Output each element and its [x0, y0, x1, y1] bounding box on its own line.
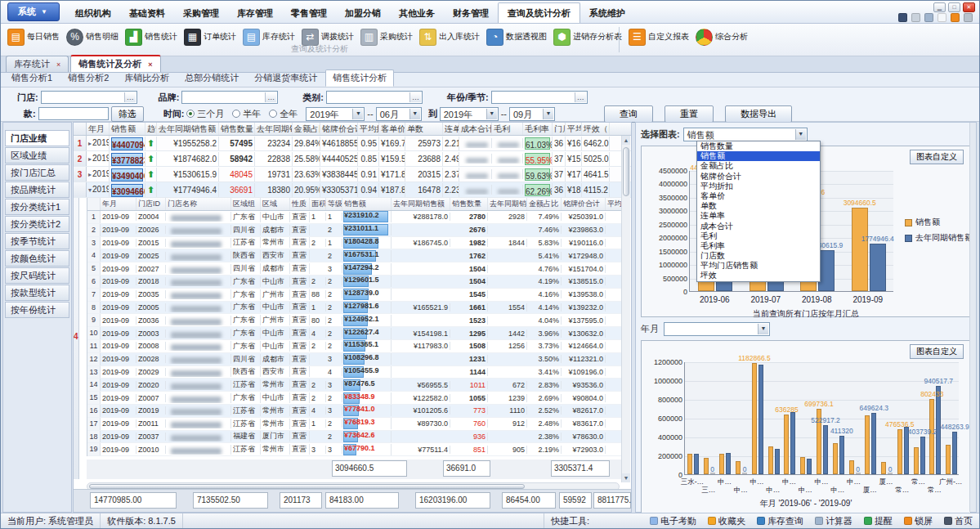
detail-column-header-去年同期销售额[interactable]: 去年同期销售额 [392, 198, 450, 210]
detail-column-header-门店名称[interactable]: 门店名称 [166, 198, 231, 210]
detail-row-Z0015[interactable]: 32019-09Z0015江苏省常州市直营21¥180428.8¥186745.… [87, 237, 623, 250]
from-month-select[interactable]: 06月▼ [376, 107, 422, 121]
dropdown-option-金额占比[interactable]: 金额占比 [697, 161, 820, 171]
sidebar-item-按年份统计[interactable]: 按年份统计 [5, 302, 69, 318]
menu-item-基础资料[interactable]: 基础资料 [120, 3, 174, 23]
season-input[interactable]: … [491, 91, 588, 104]
summary-row[interactable]: 1▸2019-¥4407094.9⬆¥1955258.2574952323429… [74, 136, 631, 151]
dropdown-option-毛利率[interactable]: 毛利率 [697, 241, 820, 251]
scroll-down-icon[interactable]: ▼ [622, 473, 630, 482]
from-year-select[interactable]: 2019年▼ [306, 107, 365, 121]
toolbar-button-出入库统计[interactable]: ⇅出入库统计 [416, 27, 483, 47]
month-select[interactable]: ▼ [664, 322, 770, 336]
radio-全年[interactable]: 全年 [269, 108, 298, 120]
status-tool-库存查询[interactable]: 库存查询 [757, 515, 803, 527]
dropdown-option-平均折扣[interactable]: 平均折扣 [697, 182, 820, 191]
toolbar-button-销售统计[interactable]: ▟销售统计 [122, 27, 181, 47]
detail-column-header-销售数量[interactable]: 销售数量 [450, 198, 488, 210]
dropdown-option-铭牌价合计[interactable]: 铭牌价合计 [697, 172, 820, 182]
detail-column-header-面积[interactable]: 面积 [310, 198, 326, 210]
status-tool-计算器[interactable]: 计算器 [815, 515, 852, 527]
ellipsis-picker-icon[interactable]: … [575, 92, 586, 102]
chart-customize-button[interactable]: 图表自定义 [910, 344, 964, 359]
panel-scrollbar[interactable] [969, 123, 976, 512]
detail-row-Z0020[interactable]: 142019-09Z0020江苏省常州市直营23¥87476.5¥56955.5… [87, 379, 623, 392]
toolbar-button-订单统计[interactable]: ▦订单统计 [181, 27, 239, 47]
export-button[interactable]: 数据导出 [725, 105, 792, 123]
dropdown-option-平均门店销售额[interactable]: 平均门店销售额 [697, 261, 820, 271]
detail-column-header-去年同期销售[interactable]: 去年同期销售 [488, 198, 527, 210]
detail-row-Z0018[interactable]: 62019-09Z0018广东省中山市直营22¥129601.515044.19… [87, 276, 623, 289]
dropdown-option-毛利[interactable]: 毛利 [697, 231, 820, 241]
menu-item-零售管理[interactable]: 零售管理 [282, 3, 336, 23]
toolbar-button-自定义报表[interactable]: ☰自定义报表 [625, 27, 692, 47]
ellipsis-picker-icon[interactable]: … [124, 92, 136, 102]
menu-item-加盟分销[interactable]: 加盟分销 [336, 3, 390, 23]
detail-row-Z0010[interactable]: 192019-09Z0010江苏省常州市直营33¥67790.1¥77511.4… [87, 443, 623, 456]
toolbar-button-每日销售[interactable]: ▤每日销售 [4, 27, 63, 47]
status-tool-锁屏[interactable]: 锁屏 [904, 515, 933, 527]
maximize-button[interactable]: □ [948, 2, 960, 12]
toolbar-button-进销存分析表[interactable]: ⬢进销存分析表 [550, 27, 625, 47]
dropdown-option-单数[interactable]: 单数 [697, 201, 820, 211]
detail-column-header-金额占比[interactable]: 金额占比 [527, 198, 562, 210]
detail-column-header-性质[interactable]: 性质 [290, 198, 310, 210]
dropdown-option-连单率[interactable]: 连单率 [697, 211, 820, 221]
ellipsis-picker-icon[interactable]: … [409, 92, 421, 102]
sidebar-item-按款型统计[interactable]: 按款型统计 [5, 285, 69, 301]
subtab-销售统计分析[interactable]: 销售统计分析 [325, 69, 394, 87]
status-tool-电子考勤[interactable]: 电子考勤 [650, 515, 696, 527]
sidebar-item-按分类统计1[interactable]: 按分类统计1 [5, 199, 69, 215]
column-header-毛利[interactable]: 毛利 [492, 123, 523, 135]
detail-row-Z0025[interactable]: 42019-09Z0025陕西省西安市直营2¥167531.117625.41%… [87, 249, 623, 262]
detail-row-Z0029[interactable]: 132019-09Z0029陕西省西安市直营4¥105455.911443.41… [87, 366, 623, 379]
store-input[interactable]: … [41, 91, 137, 104]
sidebar-item-区域业绩[interactable]: 区域业绩 [5, 147, 69, 164]
menu-item-其他业务[interactable]: 其他业务 [390, 3, 444, 23]
status-tool-首页[interactable]: 首页 [944, 515, 973, 527]
menu-item-组织机构[interactable]: 组织机构 [66, 3, 120, 23]
minimize-button[interactable]: ▁ [933, 2, 946, 12]
toolbar-button-销售明细[interactable]: %销售明细 [63, 27, 122, 47]
sidebar-item-按品牌统计[interactable]: 按品牌统计 [5, 182, 69, 198]
toolbar-button-综合分析[interactable]: 综合分析 [692, 27, 751, 47]
menu-item-采购管理[interactable]: 采购管理 [174, 3, 228, 23]
detail-row-Z0037[interactable]: 182019-09Z0037福建省厦门市直营2¥73642.69362.38%¥… [87, 431, 623, 444]
subtab-总部分销统计[interactable]: 总部分销统计 [177, 69, 246, 87]
detail-row-Z0007[interactable]: 152019-09Z0007广东省中山市直营22¥83348.9¥122582.… [87, 392, 623, 405]
dropdown-option-坪效[interactable]: 坪效 [697, 271, 820, 280]
menu-item-系统维护[interactable]: 系统维护 [580, 3, 634, 23]
close-icon[interactable]: × [148, 61, 152, 69]
chart-customize-button[interactable]: 图表自定义 [910, 150, 964, 164]
calculator-icon[interactable] [924, 13, 933, 22]
subtab-销售分析2[interactable]: 销售分析2 [60, 69, 116, 87]
detail-row-Z0004[interactable]: 12019-09Z0004广东省中山市直营11¥231910.2¥288178.… [87, 211, 623, 224]
sidebar-item-按门店汇总[interactable]: 按门店汇总 [5, 164, 69, 181]
column-header-销售数量[interactable]: 销售数量 [219, 123, 255, 135]
menu-item-库存管理[interactable]: 库存管理 [228, 3, 282, 23]
status-tool-提醒[interactable]: 提醒 [864, 515, 893, 527]
menu-item-查询及统计分析[interactable]: 查询及统计分析 [498, 2, 580, 23]
radio-三个月[interactable]: 三个月 [186, 108, 224, 120]
detail-row-Z0026[interactable]: 22019-09Z0026四川省成都市直营2¥231011.126767.46%… [87, 224, 623, 237]
column-header-坪效（日[interactable]: 坪效（日 [582, 123, 610, 135]
category-input[interactable]: … [326, 91, 423, 104]
column-header-平均[interactable]: 平均 [566, 123, 582, 135]
sidebar-item-按分类统计2[interactable]: 按分类统计2 [5, 216, 69, 232]
expander-cell[interactable]: ▸2019- [87, 151, 110, 166]
detail-row-Z0003[interactable]: 102019-09Z0003广东省中山市直营42¥122627.4¥154198… [87, 327, 623, 340]
subtab-分销退货率统计[interactable]: 分销退货率统计 [247, 69, 324, 87]
sidebar-item-门店业绩[interactable]: 门店业绩 [5, 130, 69, 146]
column-header-铭牌价合计[interactable]: 铭牌价合计 [320, 123, 358, 135]
dropdown-option-客单价[interactable]: 客单价 [697, 191, 820, 201]
detail-row-Z0027[interactable]: 52019-09Z0027四川省成都市直营3¥147294.215044.76%… [87, 262, 623, 276]
to-year-select[interactable]: 2019年▼ [440, 107, 499, 121]
column-header-平均折扣[interactable]: 平均折扣 [358, 123, 379, 135]
close-button[interactable]: ✕ [963, 2, 975, 12]
column-header-销售额[interactable]: 销售额 [110, 123, 145, 135]
settings-icon[interactable] [964, 13, 973, 22]
filter-button[interactable]: 筛选 [111, 106, 144, 122]
menu-item-财务管理[interactable]: 财务管理 [444, 3, 498, 23]
detail-row-Z0019[interactable]: 162019-09Z0019江苏省常州市直营43¥77841.0¥101205.… [87, 405, 623, 418]
detail-row-Z0011[interactable]: 172019-09Z0011江苏省常州市直营12¥76819.3¥89730.0… [87, 418, 623, 431]
